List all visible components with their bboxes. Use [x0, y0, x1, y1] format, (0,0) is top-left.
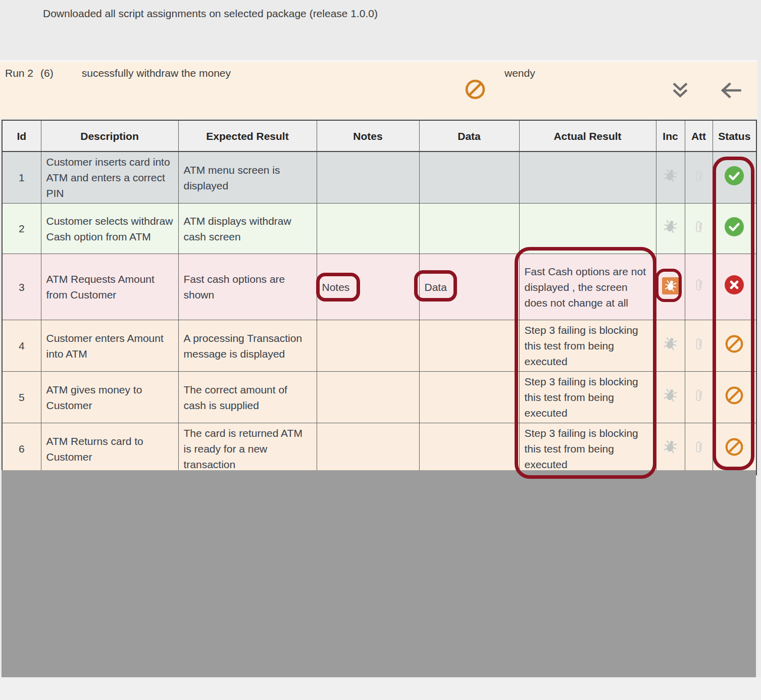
cell-incident: [656, 423, 685, 475]
cell-notes: [317, 152, 419, 204]
cell-attachment: [685, 152, 713, 204]
cell-notes: [317, 423, 419, 475]
cell-id: 6: [2, 423, 41, 475]
column-header-notes: Notes: [317, 120, 419, 152]
cell-id: 5: [2, 372, 41, 423]
new-incident-button[interactable]: [662, 277, 679, 294]
cell-actual-result: [519, 152, 656, 204]
status-passed-icon: [725, 166, 744, 185]
run-step-count: (6): [40, 67, 54, 79]
run-header-text: Run 2(6)sucessfully withdraw the money: [5, 67, 231, 79]
cell-actual-result: Step 3 failing is blocking this test fro…: [519, 320, 656, 372]
column-header-actual-result: Actual Result: [519, 120, 656, 152]
column-header-description: Description: [41, 120, 178, 152]
step-row-1: 1 Customer inserts card into ATM and ent…: [2, 152, 756, 204]
paperclip-icon[interactable]: [694, 439, 703, 455]
cell-data: [419, 152, 519, 204]
status-blocked-icon: [725, 334, 744, 354]
cell-id: 3: [2, 254, 41, 320]
column-header-id: Id: [2, 120, 41, 152]
run-blocked-icon: [465, 79, 486, 100]
cell-notes: [317, 320, 419, 372]
cell-attachment: [685, 423, 713, 475]
cell-status: [713, 372, 756, 423]
cell-description: Customer inserts card into ATM and enter…: [41, 152, 178, 204]
bug-icon[interactable]: [662, 335, 679, 353]
status-passed-icon: [725, 217, 744, 236]
bug-icon[interactable]: [662, 438, 679, 456]
status-failed-icon: [725, 275, 744, 294]
cell-attachment: [685, 254, 713, 320]
test-steps-table: Id Description Expected Result Notes Dat…: [2, 120, 757, 475]
cell-actual-result: Fast Cash options are not displayed , th…: [519, 254, 656, 320]
cell-incident: [656, 254, 685, 320]
cell-notes: Notes: [317, 254, 419, 320]
cell-status: [713, 204, 756, 254]
table-header-row: Id Description Expected Result Notes Dat…: [2, 120, 756, 152]
cell-description: Customer enters Amount into ATM: [41, 320, 178, 372]
paperclip-icon[interactable]: [694, 387, 703, 403]
status-blocked-icon: [725, 386, 744, 405]
cell-incident: [656, 372, 685, 423]
double-chevron-down-icon: [671, 81, 689, 99]
cell-attachment: [685, 204, 713, 254]
cell-expected-result: The correct amount of cash is supplied: [178, 372, 317, 423]
cell-actual-result: Step 3 failing is blocking this test fro…: [519, 372, 656, 423]
cell-data: [419, 320, 519, 372]
column-header-status: Status: [713, 120, 756, 152]
back-button[interactable]: [719, 80, 742, 101]
arrow-left-icon: [719, 80, 742, 101]
cell-expected-result: ATM displays withdraw cash screen: [178, 204, 317, 254]
column-header-inc: Inc: [656, 120, 685, 152]
collapse-all-button[interactable]: [671, 81, 689, 99]
cell-attachment: [685, 320, 713, 372]
column-header-expected-result: Expected Result: [178, 120, 317, 152]
run-header-bar: Run 2(6)sucessfully withdraw the money w…: [0, 60, 757, 119]
cell-description: ATM Requests Amount from Customer: [41, 254, 178, 320]
cell-data: [419, 204, 519, 254]
data-link[interactable]: Data: [425, 281, 447, 293]
step-row-4: 4 Customer enters Amount into ATM A proc…: [2, 320, 756, 372]
bottom-margin: [0, 677, 761, 700]
cell-expected-result: Fast cash options are shown: [178, 254, 317, 320]
bug-icon[interactable]: [662, 218, 679, 236]
toast-area: Downloaded all script assignments on sel…: [0, 0, 761, 60]
cell-status: [713, 152, 756, 204]
toast-message: Downloaded all script assignments on sel…: [43, 8, 378, 20]
column-header-att: Att: [685, 120, 713, 152]
notes-link[interactable]: Notes: [322, 281, 350, 293]
cell-notes: [317, 204, 419, 254]
right-margin: [757, 60, 761, 677]
paperclip-icon[interactable]: [694, 168, 703, 183]
cell-expected-result: A processing Transaction message is disp…: [178, 320, 317, 372]
cell-status: [713, 423, 756, 475]
cell-expected-result: ATM menu screen is displayed: [178, 152, 317, 204]
cell-notes: [317, 372, 419, 423]
step-row-3: 3 ATM Requests Amount from Customer Fast…: [2, 254, 756, 320]
cell-expected-result: The card is returned ATM is ready for a …: [178, 423, 317, 475]
step-row-2: 2 Customer selects withdraw Cash option …: [2, 204, 756, 254]
column-header-data: Data: [419, 120, 519, 152]
run-title: sucessfully withdraw the money: [82, 67, 231, 79]
bug-icon: [663, 278, 678, 293]
paperclip-icon[interactable]: [694, 336, 703, 352]
cell-data: [419, 372, 519, 423]
bug-icon[interactable]: [662, 386, 679, 405]
cell-data: [419, 423, 519, 475]
bug-icon[interactable]: [662, 167, 679, 185]
app-window: Downloaded all script assignments on sel…: [0, 0, 761, 700]
paperclip-icon[interactable]: [694, 277, 703, 292]
cell-incident: [656, 204, 685, 254]
status-blocked-icon: [725, 437, 744, 457]
step-row-6: 6 ATM Returns card to Customer The card …: [2, 423, 756, 475]
run-label: Run 2: [5, 67, 33, 79]
run-owner-label: wendy: [504, 67, 535, 79]
cell-description: Customer selects withdraw Cash option fr…: [41, 204, 178, 254]
cell-incident: [656, 320, 685, 372]
paperclip-icon[interactable]: [694, 219, 703, 234]
cell-attachment: [685, 372, 713, 423]
step-row-5: 5 ATM gives money to Customer The correc…: [2, 372, 756, 423]
cell-id: 1: [2, 152, 41, 204]
cell-data: Data: [419, 254, 519, 320]
empty-area: [2, 470, 756, 677]
